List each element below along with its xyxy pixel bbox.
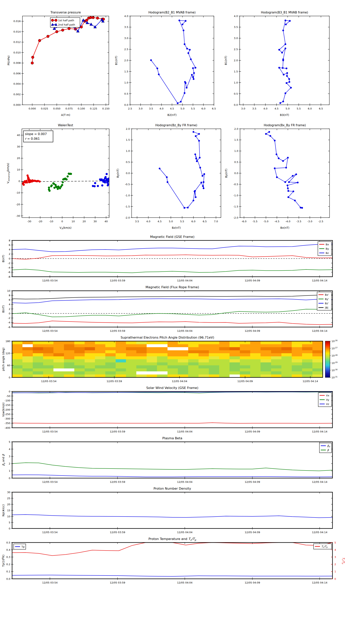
point-marker bbox=[191, 74, 193, 76]
series-bz bbox=[12, 244, 333, 252]
heatmap-cell bbox=[126, 368, 136, 372]
series-line bbox=[279, 20, 291, 103]
heatmap-cell bbox=[105, 359, 116, 362]
panel-title-vsw: Solar Wind Velocity (GSE Frame) bbox=[146, 386, 198, 390]
y-tick-label: 1.5 bbox=[126, 138, 130, 141]
heatmap-cell bbox=[281, 359, 292, 362]
x-tick-label: 5.5 bbox=[191, 107, 195, 110]
point-marker bbox=[104, 181, 106, 184]
y-tick-label: 8 bbox=[9, 239, 10, 242]
heatmap-cell bbox=[312, 350, 323, 354]
x-tick-label: 4.5 bbox=[158, 220, 162, 223]
heatmap-cell bbox=[312, 362, 323, 366]
x-tick-label: 12/05 03:59 bbox=[110, 330, 125, 332]
heatmap-cell bbox=[157, 353, 167, 356]
point-marker bbox=[282, 58, 284, 60]
point-marker bbox=[202, 185, 204, 187]
series-by bbox=[12, 269, 333, 273]
panel-title-np: Proton Number Density bbox=[153, 487, 191, 490]
heatmap-cell bbox=[312, 359, 323, 362]
heatmap-cell bbox=[105, 362, 116, 366]
heatmap-cell bbox=[167, 350, 178, 354]
heatmap-cell bbox=[126, 356, 136, 360]
y-tick-label: 0.002 bbox=[13, 93, 21, 96]
y-tick-label: -2 bbox=[8, 316, 10, 320]
colorbar-tick-label: 10-30 bbox=[332, 369, 338, 372]
heatmap-cell bbox=[292, 362, 302, 366]
heatmap-cell bbox=[105, 371, 116, 374]
heatmap-cell bbox=[53, 365, 64, 368]
heatmap-cell bbox=[12, 374, 23, 378]
heatmap-cell bbox=[147, 347, 157, 350]
point-marker bbox=[285, 92, 286, 94]
heatmap-cell bbox=[271, 359, 282, 362]
x-tick-label: 0.125 bbox=[90, 107, 97, 110]
heatmap-cell bbox=[312, 341, 323, 344]
heatmap-cell bbox=[85, 368, 95, 372]
x-tick-label: -6.0 bbox=[242, 220, 247, 223]
point-marker bbox=[283, 74, 285, 76]
heatmap-cell bbox=[53, 356, 64, 360]
colorbar bbox=[325, 341, 330, 378]
y-tick-label: -300 bbox=[4, 417, 10, 420]
right-y-tick-label: 0 bbox=[335, 578, 336, 580]
point-marker bbox=[55, 30, 58, 33]
point-marker bbox=[296, 174, 297, 175]
heatmap-cell bbox=[188, 347, 199, 350]
point-marker bbox=[26, 181, 28, 184]
heatmap-cell bbox=[74, 353, 85, 356]
point-marker bbox=[167, 181, 168, 183]
heatmap-cell bbox=[188, 365, 199, 368]
series-line bbox=[12, 423, 333, 423]
y-tick-label: -20 bbox=[16, 203, 20, 206]
y-tick-label: 1.0 bbox=[124, 81, 128, 84]
point-marker bbox=[158, 74, 160, 75]
heatmap-cell bbox=[85, 350, 95, 354]
heatmap-cell bbox=[95, 344, 105, 347]
x-tick-label: 12/05 03:59 bbox=[107, 380, 122, 383]
y-tick-label: -350 bbox=[4, 422, 10, 425]
heatmap-cell bbox=[230, 350, 240, 354]
y-tick-label: 0.0 bbox=[124, 104, 128, 106]
heatmap-cell bbox=[64, 365, 74, 368]
x-tick-label: 12/05 03:54 bbox=[42, 531, 57, 534]
y-tick-label: 1 bbox=[9, 469, 10, 472]
heatmap-cell bbox=[95, 347, 105, 350]
y-tick-label: 0.008 bbox=[13, 62, 21, 64]
y-tick-label: 1.5 bbox=[124, 70, 128, 73]
x-tick-label: 3.5 bbox=[252, 107, 256, 110]
heatmap-cell bbox=[167, 341, 178, 344]
x-tick-label: -30 bbox=[27, 220, 31, 223]
heatmap-cell bbox=[250, 353, 261, 356]
x-tick-label: -2.5 bbox=[318, 220, 323, 223]
heatmap-cell bbox=[199, 353, 209, 356]
y-tick-label: 1.0 bbox=[126, 150, 130, 152]
x-axis-label: VA(km/s) bbox=[59, 226, 71, 230]
heatmap-cell bbox=[250, 347, 261, 350]
heatmap-cell bbox=[178, 374, 188, 378]
heatmap-cell bbox=[230, 356, 240, 360]
right-y-tick-label: 5 bbox=[335, 541, 336, 544]
heatmap-cell bbox=[230, 374, 240, 378]
heatmap-cell bbox=[312, 356, 323, 360]
x-tick-label: 12/05 04:09 bbox=[245, 531, 260, 534]
x-tick-label: 6.5 bbox=[203, 220, 207, 223]
legend-label: Bx bbox=[326, 243, 329, 246]
heatmap-cell bbox=[64, 341, 74, 344]
heatmap-cell bbox=[85, 365, 95, 368]
heatmap-cell bbox=[126, 362, 136, 366]
panel-title-tp: Proton Temperature and Tc/Tp bbox=[148, 537, 196, 541]
point-marker bbox=[61, 29, 64, 32]
panel-vsw: Solar Wind Velocity (GSE Frame)12/05 03:… bbox=[2, 386, 333, 433]
heatmap-cell bbox=[302, 365, 313, 368]
y-tick-label: 2.5 bbox=[234, 48, 238, 51]
series-line bbox=[12, 475, 333, 477]
heatmap-cell bbox=[292, 350, 302, 354]
heatmap-cell bbox=[105, 350, 116, 354]
heatmap-cell bbox=[199, 344, 209, 347]
y-tick-label: 0 bbox=[9, 477, 10, 480]
heatmap-cell bbox=[85, 359, 95, 362]
y-tick-label: 0.1 bbox=[6, 570, 10, 573]
y-tick-label: 0.5 bbox=[234, 160, 238, 164]
x-tick-label: 3.0 bbox=[241, 107, 245, 110]
